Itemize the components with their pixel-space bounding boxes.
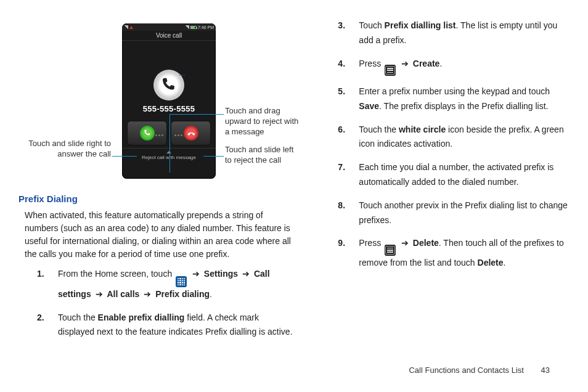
callout-answer: Touch and slide right to answer the call [18,139,111,160]
menu-icon [385,245,396,256]
step-2: Touch the Enable prefix dialling field. … [58,311,295,340]
reject-with-message-label: Reject call with message [142,155,196,160]
step-6: Touch the white circle icon beside the p… [359,123,570,152]
step-3: Touch Prefix dialling list. The list is … [359,18,570,48]
ringing-waves-icon: ᠁ [179,72,186,79]
footer-section: Call Functions and Contacts List [409,365,523,375]
phone-status-bar: 7:46 PM [122,23,216,31]
step-4: Press ➔ Create. [359,57,570,76]
phone-answer-icon [143,129,152,137]
reject-with-message-bar[interactable]: Reject call with message [122,148,216,160]
answer-button[interactable] [127,121,167,145]
section-intro: When activated, this feature automatical… [25,209,295,261]
status-time: 7:46 PM [198,25,214,30]
section-heading: Prefix Dialing [18,194,295,204]
battery-icon [190,26,197,29]
signal-icon [124,25,128,29]
warning-icon [129,26,133,29]
caller-avatar: ᠁ [153,70,184,100]
step-5: Enter a prefix number using the keypad a… [359,84,570,114]
callout-drag-up: Touch and drag upward to reject with a m… [225,106,299,137]
incoming-call-diagram: 7:46 PM Voice call ᠁ 555-555-5555 [18,18,295,185]
handset-icon [160,76,178,94]
step-7: Each time you dial a number, the activat… [359,160,570,190]
step-8: Touch another previx in the Prefix diali… [359,198,570,228]
wifi-icon [185,25,189,29]
step-1: From the Home screen, touch ➔ Settings ➔… [58,267,295,302]
chevron-up-icon [166,151,171,153]
phone-reject-icon [187,129,195,137]
page-footer: Call Functions and Contacts List 43 [409,365,550,375]
phone-title: Voice call [122,31,216,41]
reject-button[interactable] [171,121,211,145]
menu-icon [385,65,396,76]
callout-reject: Touch and slide left to reject the call [225,145,299,166]
apps-grid-icon [176,276,187,287]
page-number: 43 [541,365,550,375]
step-9: Press ➔ Delete. Then touch all of the pr… [359,236,570,270]
caller-number: 555-555-5555 [143,104,195,113]
